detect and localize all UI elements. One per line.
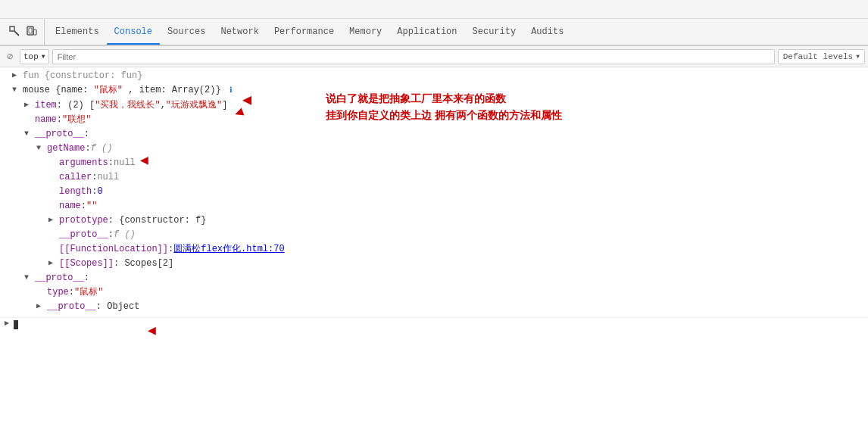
default-levels-dropdown[interactable]: Default levels ▼ (778, 49, 865, 64)
console-input-line (0, 317, 868, 332)
top-label: top (23, 52, 39, 61)
console-line: [[FunctionLocation]] : 圆满松flex作化.html:70 (0, 242, 868, 257)
tab-performance[interactable]: Performance (267, 20, 342, 45)
device-icon[interactable] (26, 26, 38, 38)
red-arrow-getname: ◀ (140, 154, 148, 167)
prompt-icon (3, 319, 11, 330)
console-line: __proto__ : f () (0, 228, 868, 242)
svg-rect-0 (10, 26, 14, 31)
tab-icons (3, 19, 45, 45)
console-line: ▶ __proto__ : Object (0, 300, 868, 314)
line-text: mouse {name: "鼠标" , item: Array(2)} ℹ (23, 84, 233, 97)
default-levels-arrow: ▼ (856, 53, 860, 60)
annotation-text: 说白了就是把抽象工厂里本来有的函数 挂到你自定义的类上边 拥有两个函数的方法和属… (326, 90, 562, 124)
expand-icon[interactable]: ▼ (24, 272, 33, 284)
cursor[interactable] (14, 320, 18, 329)
tab-network[interactable]: Network (213, 20, 266, 45)
devtools-tabs: Elements Console Sources Network Perform… (0, 19, 868, 46)
tab-memory[interactable]: Memory (342, 20, 389, 45)
console-line: ▼ __proto__ : (0, 127, 868, 142)
function-location-link[interactable]: 圆满松flex作化.html:70 (173, 243, 284, 255)
console-content: ▶ fun {constructor: fun} ▼ mouse {name: … (0, 67, 868, 433)
expand-icon[interactable]: ▼ (12, 84, 21, 96)
console-line: ▼ mouse {name: "鼠标" , item: Array(2)} ℹ … (0, 83, 868, 98)
top-bar (0, 0, 868, 19)
toolbar: ⊘ top ▼ Default levels ▼ (0, 46, 868, 67)
console-line: ▼ __proto__ : (0, 271, 868, 285)
console-line: ▶ prototype : {constructor: f} (0, 213, 868, 228)
clear-icon[interactable]: ⊘ (3, 50, 17, 64)
svg-rect-4 (33, 30, 36, 35)
console-line: caller : null (0, 170, 868, 185)
expand-icon[interactable]: ▼ (36, 142, 45, 154)
expand-icon[interactable]: ▼ (24, 128, 33, 140)
red-arrow-type: ◀ (148, 325, 156, 337)
console-line: arguments : null (0, 156, 868, 170)
console-line: ▶ [[Scopes]] : Scopes[2] (0, 257, 868, 271)
top-dropdown[interactable]: top ▼ (20, 49, 49, 64)
top-dropdown-arrow: ▼ (42, 53, 45, 60)
svg-marker-5 (5, 321, 9, 326)
tab-security[interactable]: Security (465, 20, 524, 45)
console-line: ▼ getName : f () ◀ (0, 142, 868, 156)
expand-icon[interactable]: ▶ (24, 99, 33, 111)
tab-sources[interactable]: Sources (160, 20, 213, 45)
svg-line-1 (14, 31, 19, 36)
console-line: name : "" (0, 199, 868, 213)
console-line: type : "鼠标" ◀ (0, 285, 868, 300)
line-text: fun {constructor: fun} (23, 70, 142, 82)
svg-rect-3 (29, 28, 32, 33)
expand-icon[interactable]: ▶ (36, 301, 45, 313)
console-line: ▶ fun {constructor: fun} (0, 69, 868, 83)
tab-application[interactable]: Application (389, 20, 464, 45)
filter-input[interactable] (52, 49, 775, 64)
inspect-icon[interactable] (9, 26, 21, 38)
red-arrow-1: ◀ (242, 95, 251, 107)
expand-icon[interactable]: ▶ (12, 70, 21, 82)
tab-elements[interactable]: Elements (48, 20, 107, 45)
expand-icon[interactable]: ▶ (48, 257, 58, 269)
console-line: length : 0 (0, 185, 868, 199)
tab-audits[interactable]: Audits (523, 20, 571, 45)
expand-icon[interactable]: ▶ (48, 214, 58, 226)
tab-console[interactable]: Console (107, 20, 160, 45)
default-levels-label: Default levels (783, 52, 853, 61)
